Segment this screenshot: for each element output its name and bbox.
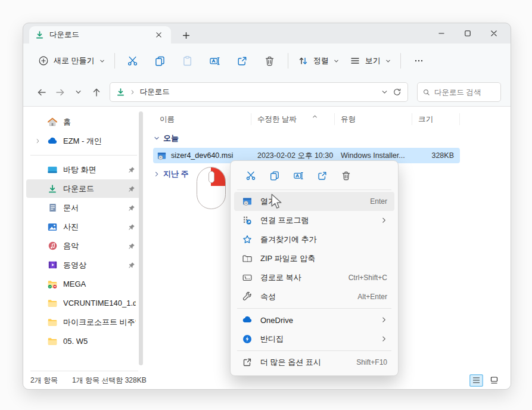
- delete-button[interactable]: [256, 49, 284, 72]
- column-header-type[interactable]: 유형: [335, 113, 412, 125]
- downloads-icon: [47, 184, 58, 194]
- column-header-modified[interactable]: 수정한 날짜: [251, 113, 335, 125]
- shortcut: Enter: [370, 197, 387, 206]
- navigation-pane: 홈 EZM - 개인 바탕 화면 다운로드: [23, 107, 144, 371]
- sidebar-item-05-w5[interactable]: 05. W5: [26, 332, 141, 350]
- delete-button[interactable]: [334, 166, 358, 185]
- downloads-icon: [35, 30, 44, 39]
- paste-button[interactable]: [174, 49, 201, 72]
- menu-item-open[interactable]: 열기 Enter: [234, 192, 394, 211]
- close-button[interactable]: [481, 23, 507, 43]
- mega-folder-icon: [47, 279, 58, 290]
- ellipsis-icon: [413, 55, 424, 66]
- share-button[interactable]: [229, 49, 256, 72]
- menu-item-open-with[interactable]: 연결 프로그램: [234, 211, 394, 230]
- breadcrumb[interactable]: 다운로드: [140, 87, 170, 97]
- sidebar-item-videos[interactable]: 동영상: [26, 256, 141, 274]
- toolbar-separator: [114, 53, 115, 69]
- menu-item-show-more-options[interactable]: 더 많은 옵션 표시 Shift+F10: [234, 353, 394, 372]
- sidebar-item-home[interactable]: 홈: [26, 113, 141, 131]
- selection-summary: 1개 항목 선택함 328KB: [72, 375, 147, 386]
- sidebar-item-desktop[interactable]: 바탕 화면: [26, 160, 141, 179]
- sidebar-item-label: 05. W5: [63, 337, 136, 346]
- sidebar-item-vcruntime[interactable]: VCRUNTIME140_1.dll: [26, 294, 141, 312]
- music-icon: [47, 241, 58, 251]
- cut-icon: [127, 55, 138, 67]
- new-button-label: 새로 만들기: [54, 55, 95, 66]
- icons-view-toggle[interactable]: [487, 374, 501, 387]
- view-button-label: 보기: [365, 55, 381, 66]
- column-header-size[interactable]: 크기: [412, 113, 460, 125]
- minimize-button[interactable]: [428, 23, 455, 43]
- rename-button[interactable]: [287, 166, 310, 185]
- view-button[interactable]: 보기: [344, 51, 396, 71]
- context-menu: 열기 Enter 연결 프로그램 즐겨찾기에 추가 ZIP 파일로 압축 경로로…: [230, 160, 399, 376]
- maximize-button[interactable]: [455, 23, 481, 43]
- new-button[interactable]: 새로 만들기: [33, 51, 110, 71]
- rename-icon: [209, 55, 220, 67]
- copy-icon: [269, 170, 280, 181]
- sidebar-item-downloads[interactable]: 다운로드: [26, 179, 141, 198]
- more-options-button[interactable]: [405, 49, 433, 72]
- window-controls: [428, 23, 507, 43]
- address-bar-row: 다운로드: [23, 78, 511, 107]
- copy-icon: [154, 55, 166, 67]
- cut-button[interactable]: [239, 166, 263, 185]
- up-button[interactable]: [88, 83, 106, 101]
- forward-button[interactable]: [51, 83, 70, 101]
- menu-item-onedrive[interactable]: OneDrive: [234, 310, 394, 330]
- sidebar-item-onedrive[interactable]: EZM - 개인: [26, 132, 141, 150]
- group-header-today[interactable]: 오늘: [154, 133, 511, 144]
- share-button[interactable]: [310, 166, 334, 185]
- recent-locations-button[interactable]: [69, 83, 88, 101]
- menu-separator: [237, 350, 391, 351]
- maximize-icon: [464, 30, 471, 37]
- sidebar-scrollbar[interactable]: [139, 111, 143, 365]
- search-input[interactable]: [434, 88, 495, 97]
- new-tab-button[interactable]: [179, 29, 192, 42]
- tab-close-icon[interactable]: [152, 29, 165, 42]
- tab-downloads[interactable]: 다운로드: [29, 26, 171, 44]
- back-button[interactable]: [33, 83, 51, 101]
- sidebar-item-mega[interactable]: MEGA: [26, 275, 141, 293]
- submenu-chevron-icon: [381, 216, 387, 225]
- copy-button[interactable]: [263, 166, 287, 185]
- copy-button[interactable]: [147, 49, 174, 72]
- pin-icon: [127, 243, 136, 250]
- chevron-down-icon: [334, 58, 339, 64]
- sidebar-item-documents[interactable]: 문서: [26, 198, 141, 217]
- address-bar[interactable]: 다운로드: [110, 82, 408, 102]
- rename-icon: [293, 170, 304, 181]
- column-header-name[interactable]: 이름: [148, 113, 251, 125]
- shortcut: Ctrl+Shift+C: [349, 274, 387, 282]
- menu-item-add-favorites[interactable]: 즐겨찾기에 추가: [234, 230, 394, 249]
- rename-button[interactable]: [201, 49, 229, 72]
- submenu-chevron-icon: [381, 316, 387, 325]
- onedrive-icon: [47, 136, 58, 147]
- videos-icon: [47, 260, 58, 271]
- sidebar-item-ms-visual[interactable]: 마이크로소프트 비주얼 스: [26, 313, 141, 331]
- chevron-right-icon[interactable]: [33, 138, 42, 144]
- chevron-down-icon: [99, 58, 105, 64]
- share-icon: [317, 170, 328, 181]
- plus-circle-icon: [38, 55, 49, 66]
- sort-button[interactable]: 정렬: [293, 51, 344, 71]
- sidebar-item-label: 사진: [63, 222, 122, 232]
- search-box[interactable]: [417, 82, 501, 102]
- details-view-toggle[interactable]: [469, 374, 483, 387]
- cut-button[interactable]: [119, 49, 147, 72]
- chevron-down-icon[interactable]: [381, 89, 388, 95]
- sidebar-item-music[interactable]: 음악: [26, 237, 141, 255]
- menu-item-copy-path[interactable]: 경로로 복사 Ctrl+Shift+C: [234, 268, 394, 287]
- menu-item-bandizip[interactable]: 반디집: [234, 330, 394, 349]
- sort-icon: [298, 55, 309, 66]
- sidebar-item-label: 바탕 화면: [63, 164, 122, 175]
- menu-item-properties[interactable]: 속성 Alt+Enter: [234, 287, 394, 306]
- icons-view-icon: [490, 376, 499, 384]
- sidebar-item-label: EZM - 개인: [63, 136, 136, 147]
- menu-item-zip-compress[interactable]: ZIP 파일로 압축: [234, 249, 394, 268]
- sidebar-item-pictures[interactable]: 사진: [26, 218, 141, 236]
- refresh-icon[interactable]: [393, 88, 402, 97]
- sidebar-item-label: 음악: [63, 241, 122, 251]
- chevron-right-icon: [154, 171, 160, 177]
